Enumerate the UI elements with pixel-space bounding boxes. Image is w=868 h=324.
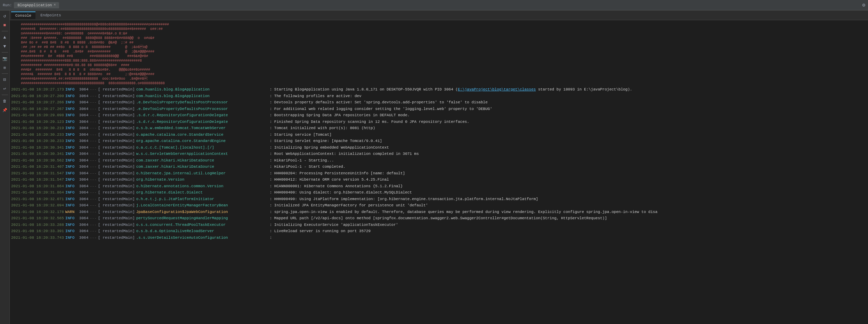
log-message: : The following profiles are active: dev [270,93,867,99]
close-tab-icon[interactable]: × [54,3,56,7]
log-pid: 3064 [79,215,88,221]
log-timestamp: 2021-01-08 16:20:31.864 [11,183,64,189]
log-line: 2021-01-08 16:20:29.123 INFO 3064 --- [ … [10,119,868,125]
log-class: o.hibernate.annotations.common.Version [136,183,268,189]
log-line: 2021-01-08 16:20:32.178 WARN 3064 --- [ … [10,209,868,215]
log-class: com.huanlis.blog.BlogApplication [136,93,268,99]
log-line: 2021-01-08 16:20:31.407 INFO 3064 --- [ … [10,164,868,170]
console-tab[interactable]: Console [11,11,35,19]
log-message: : HHH000490: Using JtaPlatform implement… [270,196,867,202]
log-message: : HCANN000001: Hibernate Commons Annotat… [270,183,867,189]
log-thread: [ restartedMain] [98,151,135,157]
log-timestamp: 2021-01-08 16:20:31.547 [11,171,64,176]
log-pid: 3064 [79,203,88,208]
log-level: INFO [65,164,78,170]
log-separator: --- [90,125,97,131]
log-class: .s.d.r.c.RepositoryConfigurationDelegate [136,119,268,125]
log-level: INFO [65,183,78,189]
log-timestamp: 2021-01-08 16:20:31.864 [11,190,64,196]
log-class: o.h.e.t.j.p.i.JtaPlatformInitiator [136,196,268,202]
console-output[interactable]: #####################888888888888888@#88… [10,20,868,324]
log-timestamp: 2021-01-08 16:20:32.565 [11,215,64,221]
log-message: : Bootstrapping Spring Data JPA reposito… [270,112,867,118]
rerun-button[interactable]: ↺ [1,12,9,20]
log-thread: [ restartedMain] [98,203,135,208]
log-timestamp: 2021-01-08 16:20:27.267 [11,106,64,112]
clear-button[interactable]: 🗑 [1,97,9,105]
log-thread: [ restartedMain] [98,112,135,118]
stop-button[interactable]: ■ [1,21,9,29]
log-message: : Mapped URL path [/v2/api-docs] onto me… [270,215,867,221]
log-class: org.hibernate.Version [136,177,268,183]
log-pid: 3064 [79,132,88,138]
log-separator: --- [90,235,97,241]
filter-button[interactable]: ⊟ [1,76,9,84]
camera-button[interactable]: 📷 [1,54,9,63]
log-timestamp: 2021-01-08 16:20:30.341 [11,151,64,157]
scroll-down-button[interactable]: ▼ [1,42,9,50]
log-message: : HikariPool-1 - Start completed. [270,164,867,170]
layout-button[interactable]: ⊞ [1,63,9,72]
log-thread: [ restartedMain] [98,125,135,131]
log-class: .e.DevToolsPropertyDefaultsPostProcessor [136,100,268,105]
log-class: o.apache.catalina.core.StandardService [136,132,268,138]
log-pid: 3064 [79,106,88,112]
app-tab[interactable]: BlogApplication × [14,2,59,8]
log-line: 2021-01-08 16:20:33.288 INFO 3064 --- [ … [10,222,868,228]
log-pid: 3064 [79,222,88,228]
log-thread: [ restartedMain] [98,164,135,170]
log-class: o.a.c.c.C.[Tomcat].[localhost].[/] [136,145,268,151]
log-level: INFO [65,87,78,93]
log-timestamp: 2021-01-08 16:20:32.071 [11,196,64,202]
log-class: org.apache.catalina.core.StandardEngine [136,138,268,144]
log-message: : spring.jpa.open-in-view is enabled by … [270,209,867,215]
sidebar-separator-2 [2,52,8,53]
endpoints-tab[interactable]: Endpoints [36,12,65,19]
log-line: 2021-01-08 16:20:30.341 INFO 3064 --- [ … [10,144,868,151]
log-pid: 3064 [79,145,88,151]
log-message: : Devtools property defaults active! Set… [270,100,867,105]
log-thread: [ restartedMain] [98,183,135,189]
log-separator: --- [90,145,97,151]
log-link[interactable]: E:\javaProject\blog\target\classes [458,87,536,92]
pin-button[interactable]: 📌 [1,106,9,114]
wrap-button[interactable]: ↩ [1,85,9,93]
log-line: 2021-01-08 16:20:32.565 INFO 3064 --- [ … [10,215,868,222]
log-timestamp: 2021-01-08 16:20:29.123 [11,119,64,125]
log-line: 2021-01-08 16:20:31.864 INFO 3064 --- [ … [10,183,868,190]
log-timestamp: 2021-01-08 16:20:30.233 [11,132,64,138]
log-separator: --- [90,93,97,99]
log-message: : HHH000412: Hibernate ORM core version … [270,177,867,183]
log-class: .s.s.UserDetailsServiceAutoConfiguration [136,235,268,241]
log-message: : Initialized JPA EntityManagerFactory f… [270,203,867,208]
gear-icon[interactable]: ⚙ [862,2,865,8]
log-timestamp: 2021-01-08 16:20:33.743 [11,235,64,241]
log-pid: 3064 [79,93,88,99]
sidebar-separator-1 [2,31,8,31]
log-class: o.hibernate.jpa.internal.util.LogHelper [136,171,268,176]
log-separator: --- [90,158,97,164]
log-thread: [ restartedMain] [98,93,135,99]
log-pid: 3064 [79,119,88,125]
log-separator: --- [90,87,97,93]
log-message: : Initializing ExecutorService 'applicat… [270,222,867,228]
log-timestamp: 2021-01-08 16:20:33.288 [11,222,64,228]
run-label: Run: [3,3,12,7]
log-thread: [ restartedMain] [98,138,135,144]
scroll-up-button[interactable]: ▲ [1,33,9,41]
log-message: : Starting service [Tomcat] [270,132,867,138]
log-timestamp: 2021-01-08 16:20:30.341 [11,145,64,151]
log-separator: --- [90,119,97,125]
log-message: : Tomcat initialized with port(s): 8081 … [270,125,867,131]
log-line: 2021-01-08 16:20:31.547 INFO 3064 --- [ … [10,176,868,183]
log-thread: [ restartedMain] [98,228,135,234]
log-timestamp: 2021-01-08 16:20:29.098 [11,112,64,118]
log-thread: [ restartedMain] [98,215,135,221]
log-line: 2021-01-08 16:20:33.743 INFO 3064 --- [ … [10,235,868,241]
log-pid: 3064 [79,190,88,196]
log-separator: --- [90,222,97,228]
log-separator: --- [90,215,97,221]
log-pid: 3064 [79,171,88,176]
log-thread: [ restartedMain] [98,132,135,138]
log-timestamp: 2021-01-08 16:20:30.219 [11,125,64,131]
